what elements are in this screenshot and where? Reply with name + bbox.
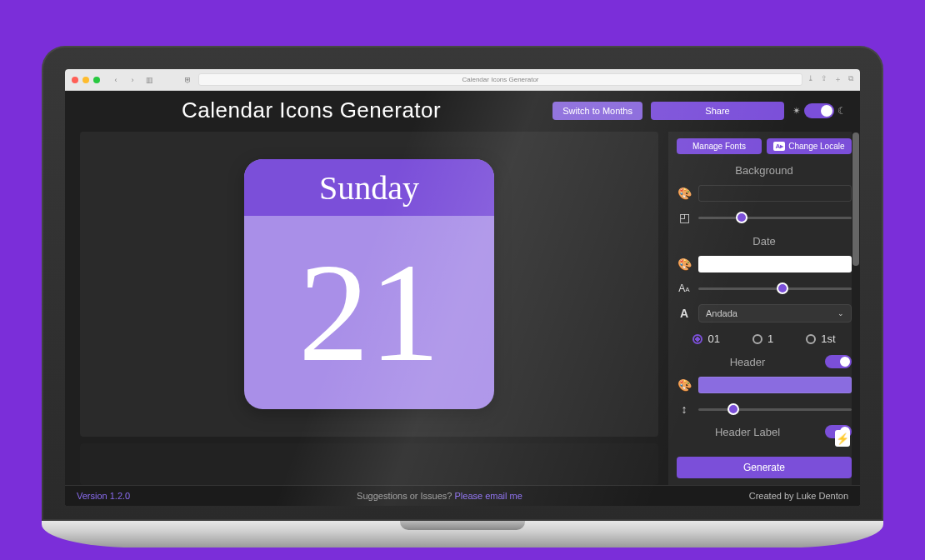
format-option-01[interactable]: 01: [692, 332, 719, 345]
scrollbar[interactable]: [852, 132, 860, 485]
calendar-header: Sunday: [244, 159, 494, 216]
app-header: Calendar Icons Generator Switch to Month…: [65, 91, 860, 132]
header-group-title: Header: [677, 356, 818, 368]
calendar-icon-preview: Sunday 21: [244, 159, 494, 409]
format-option-1[interactable]: 1: [752, 332, 773, 345]
header-enable-toggle[interactable]: [825, 355, 852, 368]
lightning-icon[interactable]: ⚡: [835, 430, 850, 447]
laptop-base: [42, 521, 883, 548]
background-color-swatch[interactable]: [698, 185, 852, 202]
address-bar[interactable]: Calendar Icons Generator: [198, 73, 802, 86]
shield-icon[interactable]: ⛨: [182, 74, 193, 86]
format-option-1st[interactable]: 1st: [806, 332, 835, 345]
settings-panel: Manage Fonts A▸ Change Locale Background…: [668, 132, 860, 485]
calendar-date-number: 21: [244, 216, 494, 409]
preview-bottom-bar: [80, 443, 658, 485]
date-group-title: Date: [677, 235, 852, 248]
palette-icon: 🎨: [677, 187, 692, 200]
traffic-lights: [72, 77, 100, 83]
background-radius-slider[interactable]: [698, 210, 852, 225]
tabs-icon[interactable]: ⧉: [848, 74, 853, 85]
canvas-pane: Sunday 21: [65, 132, 668, 485]
app-root: Calendar Icons Generator Switch to Month…: [65, 91, 860, 506]
locale-icon: A▸: [773, 142, 785, 151]
download-icon[interactable]: ⤓: [808, 74, 814, 85]
generate-button[interactable]: Generate: [677, 457, 852, 478]
moon-icon: ☾: [838, 105, 847, 117]
share-icon[interactable]: ⇪: [821, 74, 828, 85]
browser-chrome: ‹ › ▥ ⛨ Calendar Icons Generator ⤓ ⇪ ＋ ⧉: [65, 69, 860, 91]
dark-mode-toggle[interactable]: [804, 103, 834, 118]
email-link[interactable]: Please email me: [455, 491, 522, 501]
maximize-icon[interactable]: [93, 77, 100, 83]
footer-suggestions: Suggestions or Issues? Please email me: [130, 491, 749, 501]
preview-canvas: Sunday 21: [80, 132, 658, 437]
manage-fonts-button[interactable]: Manage Fonts: [677, 138, 762, 154]
theme-toggle[interactable]: ✴ ☾: [792, 103, 847, 118]
minimize-icon[interactable]: [82, 77, 89, 83]
workbench: Sunday 21 Manage Fonts A▸ Change: [65, 132, 860, 485]
font-family-icon: A: [677, 307, 692, 320]
version-label: Version 1.2.0: [77, 491, 130, 501]
date-color-swatch[interactable]: [698, 256, 852, 272]
palette-icon: 🎨: [677, 378, 692, 392]
header-height-slider[interactable]: [698, 402, 852, 417]
height-icon: ↕: [677, 402, 692, 416]
palette-icon: 🎨: [677, 258, 692, 271]
font-size-icon: AA: [677, 282, 692, 294]
app-footer: Version 1.2.0 Suggestions or Issues? Ple…: [65, 485, 860, 506]
corner-radius-icon: ◰: [677, 211, 692, 224]
date-size-slider[interactable]: [698, 281, 852, 296]
date-font-select[interactable]: Andada ⌄: [698, 304, 852, 322]
background-group-title: Background: [677, 164, 852, 177]
change-locale-label: Change Locale: [788, 142, 844, 151]
close-icon[interactable]: [72, 77, 78, 83]
header-label-group-title: Header Label: [677, 426, 818, 438]
forward-icon[interactable]: ›: [127, 74, 138, 86]
sidebar-icon[interactable]: ▥: [143, 74, 155, 86]
back-icon[interactable]: ‹: [110, 74, 122, 86]
footer-credit: Created by Luke Denton: [749, 491, 848, 501]
share-button[interactable]: Share: [651, 102, 784, 120]
change-locale-button[interactable]: A▸ Change Locale: [767, 138, 852, 154]
page-title: Calendar Icons Generator: [462, 76, 538, 83]
app-title: Calendar Icons Generator: [78, 98, 544, 123]
header-color-swatch[interactable]: [698, 377, 852, 393]
switch-mode-button[interactable]: Switch to Months: [552, 102, 642, 120]
chevron-down-icon: ⌄: [838, 309, 844, 318]
date-format-radios: 01 1 1st: [677, 331, 852, 347]
new-tab-icon[interactable]: ＋: [834, 74, 842, 85]
date-font-value: Andada: [706, 308, 738, 318]
sun-icon: ✴: [792, 105, 801, 117]
